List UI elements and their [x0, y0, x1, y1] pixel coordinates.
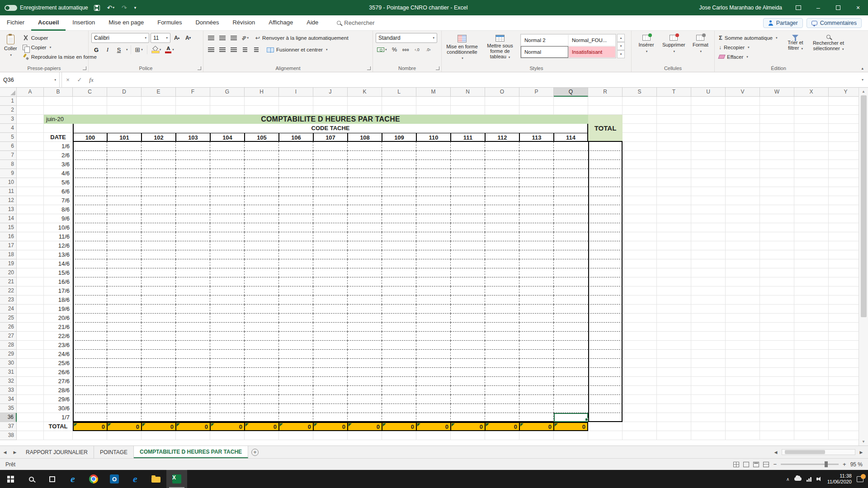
- cell-K15[interactable]: [348, 223, 382, 232]
- cell-F30[interactable]: [176, 359, 210, 368]
- cell-I17[interactable]: [279, 241, 313, 250]
- cell-H26[interactable]: [245, 323, 279, 332]
- cell-T21[interactable]: [657, 277, 691, 286]
- cell-C18[interactable]: [73, 250, 107, 259]
- cell-O34[interactable]: [485, 395, 519, 404]
- cell-I11[interactable]: [279, 187, 313, 196]
- cell-H11[interactable]: [245, 187, 279, 196]
- cell-V10[interactable]: [726, 178, 760, 187]
- cell-M19[interactable]: [416, 259, 451, 268]
- cell-W27[interactable]: [760, 332, 794, 341]
- cell-H33[interactable]: [245, 386, 279, 395]
- cell[interactable]: [17, 97, 44, 106]
- cell[interactable]: [17, 422, 44, 431]
- ribbon-tab-accueil[interactable]: Accueil: [31, 15, 66, 31]
- cell-Q28[interactable]: [554, 341, 588, 350]
- cell-G16[interactable]: [210, 232, 245, 241]
- cell-X30[interactable]: [794, 359, 829, 368]
- cell-R11[interactable]: [588, 187, 623, 196]
- cell-K8[interactable]: [348, 160, 382, 169]
- cell-V6[interactable]: [726, 142, 760, 151]
- cell-K19[interactable]: [348, 259, 382, 268]
- cell-I19[interactable]: [279, 259, 313, 268]
- cell-O27[interactable]: [485, 332, 519, 341]
- cell-J12[interactable]: [313, 196, 348, 205]
- column-header-G[interactable]: G: [210, 88, 245, 97]
- cell-W35[interactable]: [760, 404, 794, 413]
- cell-S5[interactable]: [623, 133, 657, 142]
- total-cell-P[interactable]: 0: [519, 422, 554, 431]
- cell[interactable]: [416, 106, 451, 115]
- date-cell-7/6[interactable]: 7/6: [44, 196, 73, 205]
- cell-K11[interactable]: [348, 187, 382, 196]
- cell-M25[interactable]: [416, 314, 451, 323]
- cell-V33[interactable]: [726, 386, 760, 395]
- cell-Y5[interactable]: [829, 133, 859, 142]
- cell-Q15[interactable]: [554, 223, 588, 232]
- row-header-32[interactable]: 32: [0, 377, 17, 386]
- column-header-T[interactable]: T: [657, 88, 691, 97]
- cell-V25[interactable]: [726, 314, 760, 323]
- cell-Y26[interactable]: [829, 323, 859, 332]
- cell-I25[interactable]: [279, 314, 313, 323]
- cell-F22[interactable]: [176, 286, 210, 296]
- row-header-14[interactable]: 14: [0, 214, 17, 223]
- sheet-nav-left-icon[interactable]: ◀: [0, 446, 10, 458]
- cell-N25[interactable]: [451, 314, 485, 323]
- cell-T2[interactable]: [657, 106, 691, 115]
- cell-I29[interactable]: [279, 350, 313, 359]
- cell-Q26[interactable]: [554, 323, 588, 332]
- cell-Y31[interactable]: [829, 368, 859, 377]
- cell-X37[interactable]: [794, 422, 829, 431]
- cell-V34[interactable]: [726, 395, 760, 404]
- cell-J20[interactable]: [313, 268, 348, 277]
- cell[interactable]: [107, 97, 142, 106]
- maximize-button[interactable]: [828, 0, 848, 15]
- cell-M8[interactable]: [416, 160, 451, 169]
- cell-P21[interactable]: [519, 277, 554, 286]
- cell-N23[interactable]: [451, 296, 485, 305]
- cell-U20[interactable]: [691, 268, 726, 277]
- cell-U25[interactable]: [691, 314, 726, 323]
- cell-S34[interactable]: [623, 395, 657, 404]
- cell-F31[interactable]: [176, 368, 210, 377]
- cell-T37[interactable]: [657, 422, 691, 431]
- cell-Y34[interactable]: [829, 395, 859, 404]
- cell-E27[interactable]: [142, 332, 176, 341]
- cell-L7[interactable]: [382, 151, 416, 160]
- cell-S33[interactable]: [623, 386, 657, 395]
- cell-Q29[interactable]: [554, 350, 588, 359]
- cell-R6[interactable]: [588, 142, 623, 151]
- cell-D20[interactable]: [107, 268, 142, 277]
- date-cell-8/6[interactable]: 8/6: [44, 205, 73, 214]
- fill-button[interactable]: ↓Recopier▾: [717, 42, 778, 52]
- cell-E21[interactable]: [142, 277, 176, 286]
- cell-G7[interactable]: [210, 151, 245, 160]
- cell-P30[interactable]: [519, 359, 554, 368]
- cell-F36[interactable]: [176, 413, 210, 422]
- column-header-S[interactable]: S: [623, 88, 657, 97]
- cell-T26[interactable]: [657, 323, 691, 332]
- cell[interactable]: [44, 431, 73, 440]
- cell-Y10[interactable]: [829, 178, 859, 187]
- cell-H17[interactable]: [245, 241, 279, 250]
- cell-X6[interactable]: [794, 142, 829, 151]
- cell-L8[interactable]: [382, 160, 416, 169]
- cell-W33[interactable]: [760, 386, 794, 395]
- cell-J14[interactable]: [313, 214, 348, 223]
- cell-V16[interactable]: [726, 232, 760, 241]
- cell-C27[interactable]: [73, 332, 107, 341]
- cell-X8[interactable]: [794, 160, 829, 169]
- cell-T11[interactable]: [657, 187, 691, 196]
- cell-M7[interactable]: [416, 151, 451, 160]
- outlook-taskbar-icon[interactable]: O: [104, 470, 125, 488]
- cell-F25[interactable]: [176, 314, 210, 323]
- cell-D10[interactable]: [107, 178, 142, 187]
- cell-Q18[interactable]: [554, 250, 588, 259]
- code-tache-header[interactable]: CODE TACHE: [73, 124, 588, 133]
- increase-indent-button[interactable]: [251, 45, 261, 55]
- cell-K30[interactable]: [348, 359, 382, 368]
- cell-I31[interactable]: [279, 368, 313, 377]
- cell-S17[interactable]: [623, 241, 657, 250]
- cell-I18[interactable]: [279, 250, 313, 259]
